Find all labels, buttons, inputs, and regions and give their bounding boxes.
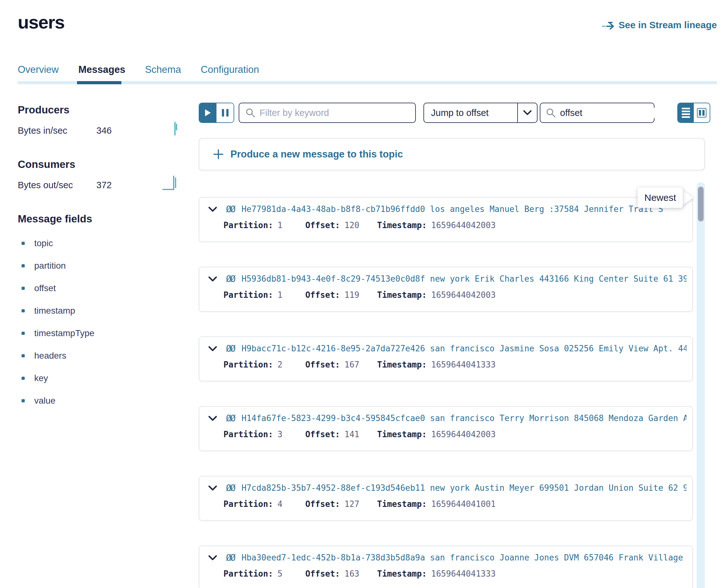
- timestamp-value: 1659644041333: [431, 569, 496, 579]
- produce-message-button[interactable]: Produce a new message to this topic: [199, 138, 705, 170]
- key-badge-icon: ØØ: [226, 274, 235, 284]
- producers-heading: Producers: [18, 104, 69, 116]
- tab-underline-active: [77, 81, 121, 84]
- offset-value: 163: [345, 569, 359, 579]
- field-item-headers[interactable]: headers: [22, 351, 66, 361]
- offset-search-input[interactable]: [560, 108, 680, 118]
- partition-value: 5: [277, 569, 283, 579]
- field-item-key[interactable]: key: [22, 373, 48, 383]
- field-bullet-icon: [22, 309, 25, 312]
- expand-chevron-icon[interactable]: [208, 346, 217, 352]
- offset-value: 167: [345, 360, 359, 370]
- newest-tooltip: Newest: [638, 188, 683, 208]
- field-item-partition[interactable]: partition: [22, 261, 66, 271]
- message-summary: H5936db81-b943-4e0f-8c29-74513e0c0d8f ne…: [242, 274, 686, 284]
- expand-chevron-icon[interactable]: [208, 555, 217, 561]
- bytes-in-label: Bytes in/sec: [18, 125, 67, 136]
- field-bullet-icon: [22, 399, 25, 402]
- filter-input[interactable]: [260, 108, 409, 118]
- message-list: ØØ He77981da-4a43-48ab-b8f8-cb71b96ffdd0…: [199, 197, 693, 588]
- offset-search-field: [540, 103, 655, 123]
- key-badge-icon: ØØ: [226, 413, 235, 424]
- column-view-button[interactable]: [694, 103, 710, 122]
- column-view-icon: [697, 108, 706, 118]
- chevron-down-icon[interactable]: [517, 103, 537, 122]
- key-badge-icon: ØØ: [226, 483, 235, 493]
- producers-sparkline: [167, 120, 182, 136]
- key-badge-icon: ØØ: [226, 343, 235, 354]
- expand-chevron-icon[interactable]: [208, 207, 217, 212]
- partition-value: 3: [277, 429, 283, 439]
- field-bullet-icon: [22, 377, 25, 380]
- field-bullet-icon: [22, 264, 25, 267]
- expand-chevron-icon[interactable]: [208, 276, 217, 282]
- messages-toolbar: Jump to offset: [199, 103, 710, 123]
- message-summary: H7cda825b-35b7-4952-88ef-c193d546eb11 ne…: [242, 483, 686, 492]
- list-view-button[interactable]: [678, 103, 694, 122]
- message-meta: Partition: 1 Offset: 120 Timestamp: 1659…: [224, 220, 496, 230]
- list-view-icon: [682, 108, 690, 118]
- bytes-out-label: Bytes out/sec: [18, 180, 73, 190]
- message-row[interactable]: ØØ H14fa67fe-5823-4299-b3c4-595845cfcae0…: [199, 406, 693, 451]
- timestamp-value: 1659644042003: [431, 220, 496, 230]
- field-bullet-icon: [22, 332, 25, 335]
- view-mode-toggle: [677, 103, 710, 123]
- scrollbar-thumb[interactable]: [698, 187, 704, 222]
- message-fields-heading: Message fields: [18, 213, 92, 225]
- topic-messages-page: users See in Stream lineage Overview Mes…: [0, 0, 722, 588]
- field-item-topic[interactable]: topic: [22, 238, 53, 248]
- message-summary: H9bacc71c-b12c-4216-8e95-2a7da727e426 sa…: [242, 344, 686, 353]
- lineage-link-label: See in Stream lineage: [619, 20, 717, 30]
- field-bullet-icon: [22, 242, 25, 245]
- field-item-offset[interactable]: offset: [22, 283, 56, 293]
- filter-field: [239, 103, 416, 123]
- field-item-value[interactable]: value: [22, 396, 56, 406]
- key-badge-icon: ØØ: [226, 204, 235, 214]
- expand-chevron-icon[interactable]: [208, 485, 217, 491]
- message-summary: H14fa67fe-5823-4299-b3c4-595845cfcae0 sa…: [242, 414, 686, 423]
- timestamp-value: 1659644041001: [431, 499, 496, 509]
- newest-tooltip-arrow: [681, 189, 694, 207]
- bytes-in-value: 346: [96, 125, 111, 136]
- message-row[interactable]: ØØ He77981da-4a43-48ab-b8f8-cb71b96ffdd0…: [199, 197, 693, 242]
- produce-button-label: Produce a new message to this topic: [230, 149, 403, 160]
- offset-value: 141: [345, 429, 359, 439]
- field-item-timestamptype[interactable]: timestampType: [22, 328, 95, 338]
- jump-to-offset-dropdown[interactable]: Jump to offset: [424, 103, 538, 123]
- consumers-heading: Consumers: [18, 159, 76, 170]
- message-meta: Partition: 3 Offset: 141 Timestamp: 1659…: [224, 429, 496, 439]
- field-bullet-icon: [22, 287, 25, 290]
- stream-lineage-link[interactable]: See in Stream lineage: [602, 20, 717, 30]
- plus-icon: [213, 149, 224, 159]
- field-bullet-icon: [22, 354, 25, 357]
- timestamp-value: 1659644041333: [431, 360, 496, 370]
- offset-value: 120: [345, 220, 359, 230]
- search-icon: [246, 108, 255, 118]
- partition-value: 4: [277, 499, 283, 509]
- offset-value: 119: [345, 290, 359, 300]
- field-item-timestamp[interactable]: timestamp: [22, 306, 75, 316]
- scrollbar-track: [697, 182, 705, 588]
- search-icon: [546, 108, 556, 118]
- expand-chevron-icon[interactable]: [208, 416, 217, 421]
- message-row[interactable]: ØØ H7cda825b-35b7-4952-88ef-c193d546eb11…: [199, 476, 693, 521]
- bytes-out-value: 372: [96, 180, 111, 190]
- page-title: users: [18, 12, 64, 33]
- message-meta: Partition: 1 Offset: 119 Timestamp: 1659…: [224, 290, 496, 300]
- message-summary: Hba30eed7-1edc-452b-8b1a-738d3b5d8a9a sa…: [242, 553, 686, 562]
- consumers-sparkline: [162, 174, 182, 191]
- play-button[interactable]: [199, 103, 216, 122]
- message-row[interactable]: ØØ Hba30eed7-1edc-452b-8b1a-738d3b5d8a9a…: [199, 546, 693, 588]
- timestamp-value: 1659644042003: [431, 429, 496, 439]
- message-row[interactable]: ØØ H5936db81-b943-4e0f-8c29-74513e0c0d8f…: [199, 267, 693, 312]
- lineage-arrow-icon: [602, 21, 615, 29]
- partition-value: 2: [277, 360, 283, 370]
- pause-button[interactable]: [216, 103, 233, 122]
- message-row[interactable]: ØØ H9bacc71c-b12c-4216-8e95-2a7da727e426…: [199, 336, 693, 381]
- key-badge-icon: ØØ: [226, 552, 235, 563]
- newest-tooltip-label: Newest: [644, 192, 676, 203]
- timestamp-value: 1659644042003: [431, 290, 496, 300]
- message-meta: Partition: 4 Offset: 127 Timestamp: 1659…: [224, 499, 496, 509]
- pause-icon: [222, 109, 228, 117]
- jump-to-offset-label: Jump to offset: [424, 103, 517, 122]
